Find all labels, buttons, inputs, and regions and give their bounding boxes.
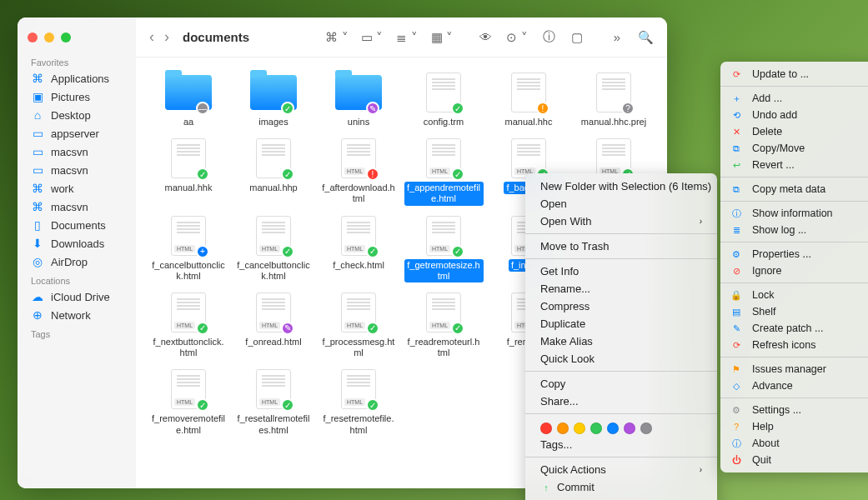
file-item[interactable]: ✓f_readremoteurl.html [401,292,486,359]
submenu-item[interactable]: ⏻Quit [720,452,868,468]
submenu-item[interactable]: ✕Delete› [720,123,868,140]
context-menu-item[interactable]: Duplicate [525,315,717,332]
context-menu-item[interactable]: Get Info [525,262,717,280]
sidebar-item[interactable]: ▭appserver [18,124,136,142]
file-item[interactable]: ✎unins [316,72,401,128]
file-item[interactable]: ✓f_cancelbuttonclick.html [231,216,316,282]
submenu-item[interactable]: ＋Add ... [720,90,868,107]
maximize-button[interactable] [61,32,71,42]
file-item[interactable]: ✓f_check.html [316,216,401,282]
overflow-button[interactable]: » [605,28,629,48]
submenu-item[interactable]: ↩Revert ... [720,157,868,173]
context-menu[interactable]: New Folder with Selection (6 Items)OpenO… [525,173,717,500]
sidebar-item[interactable]: ⌘work [18,179,136,198]
tag-dot[interactable] [640,422,652,434]
file-item[interactable]: !manual.hhc [486,72,571,128]
context-menu-item[interactable]: Quick Look [525,350,717,368]
submenu-item[interactable]: ≣Show log ... [720,222,868,238]
file-item[interactable]: ✓config.trm [401,72,486,128]
preview-button[interactable]: 👁 [474,28,497,48]
submenu-item[interactable]: 🔒Lock [720,287,868,303]
close-button[interactable] [28,32,38,42]
file-item[interactable]: ✓f_processmesg.html [316,292,401,359]
tag-dot[interactable] [590,422,602,434]
context-menu-item[interactable]: Open With› [525,212,717,230]
sidebar-item[interactable]: ⊕Network [18,306,136,324]
search-icon[interactable]: 🔍 [634,28,657,48]
submenu-item[interactable]: ⧉Copy/Move› [720,140,868,157]
file-item[interactable]: !f_afterdownload.html [316,138,401,205]
context-menu-item[interactable]: Rename... [525,280,717,298]
file-item[interactable]: ✓f_removeremotefile.html [146,369,231,436]
submenu-item[interactable]: ⟳Update to ... [720,66,868,82]
context-menu-item[interactable]: Open [525,195,717,212]
sidebar-item[interactable]: ▭macsvn [18,161,136,179]
context-menu-item[interactable]: ↑Commit [525,478,717,496]
view-dropdown[interactable]: ▦ ˅ [427,28,457,48]
macsvn-submenu[interactable]: ⟳Update to ...＋Add ...⟲Undo add✕Delete›⧉… [720,62,868,472]
context-menu-item[interactable]: ↓Update [525,496,717,500]
sidebar-item[interactable]: ◎AirDrop [18,252,136,271]
file-item[interactable]: ✓f_resetallremotefiles.html [231,369,316,436]
sidebar-item[interactable]: ▣Pictures [18,88,136,106]
submenu-item[interactable]: ◇Advance› [720,378,868,394]
tag-dot[interactable] [557,422,569,434]
file-item[interactable]: ?manual.hhc.prej [571,72,656,128]
sidebar-item[interactable]: ⌘macsvn [18,198,136,216]
submenu-item[interactable]: ▤Shelf› [720,303,868,320]
tag-dot[interactable] [574,422,585,434]
submenu-item[interactable]: ⊘Ignore› [720,262,868,279]
context-menu-item[interactable]: Make Alias [525,332,717,350]
submenu-item[interactable]: ⧉Copy meta data› [720,181,868,198]
action-dropdown[interactable]: ⊙ ˅ [502,28,532,48]
minimize-button[interactable] [44,32,54,42]
file-item[interactable]: ✓f_resetremotefile.html [316,369,401,436]
tag-dot[interactable] [540,422,552,434]
info-button[interactable]: ⓘ [537,28,560,48]
context-menu-item[interactable]: Share... [525,392,717,410]
file-item[interactable]: ✎f_onread.html [231,292,316,359]
file-item[interactable]: ✓f_nextbuttonclick.html [146,292,231,359]
file-item[interactable]: ✓f_getremotesize.html [401,216,486,282]
context-menu-item[interactable]: Quick Actions› [525,461,717,478]
context-menu-item[interactable]: Tags... [525,436,717,453]
share-button[interactable]: ▢ [565,28,589,48]
menu-icon: ↑ [540,482,552,493]
tag-dot[interactable] [607,422,619,434]
context-menu-item[interactable]: Compress [525,298,717,315]
file-item[interactable]: —aa [146,72,231,128]
context-menu-item[interactable]: Move to Trash [525,238,717,255]
list-dropdown[interactable]: ≣ ˅ [392,28,422,48]
submenu-item[interactable]: ⚙Settings ... [720,402,868,418]
file-item[interactable]: ✓manual.hhp [231,138,316,205]
submenu-item[interactable]: ⓘAbout [720,435,868,452]
context-menu-item[interactable]: Copy [525,375,717,392]
folder-dropdown[interactable]: ▭ ˅ [357,28,387,48]
forward-button[interactable]: › [161,27,173,48]
submenu-item[interactable]: ⚑Issues manager [720,361,868,378]
sidebar-item-label: work [51,182,73,195]
file-item[interactable]: ✓images [231,72,316,128]
sidebar-item[interactable]: ⌘Applications [18,69,136,88]
file-thumb: ✓ [248,216,299,256]
sidebar-item[interactable]: ⬇Downloads [18,234,136,252]
submenu-item[interactable]: ✎Create patch ... [720,320,868,337]
file-item[interactable]: ✓f_appendremotefile.html [401,138,486,205]
back-button[interactable]: ‹ [146,27,158,48]
svn-dropdown[interactable]: ⌘ ˅ [322,28,352,48]
submenu-item[interactable]: ⚙Properties ... [720,246,868,262]
submenu-item[interactable]: ⟳Refresh icons [720,337,868,353]
tag-dot[interactable] [624,422,635,434]
sidebar-item[interactable]: ▭macsvn [18,142,136,161]
file-item[interactable]: ✓manual.hhk [146,138,231,205]
context-menu-item[interactable]: New Folder with Selection (6 Items) [525,178,717,195]
sidebar-item-label: AirDrop [51,256,88,268]
submenu-item[interactable]: ?Help [720,418,868,435]
menu-label: Create patch ... [752,322,823,334]
submenu-item[interactable]: ⟲Undo add [720,107,868,123]
submenu-item[interactable]: ⓘShow information [720,205,868,222]
sidebar-item[interactable]: ▯Documents [18,216,136,234]
sidebar-item[interactable]: ⌂Desktop [18,106,136,124]
sidebar-item[interactable]: ☁iCloud Drive [18,288,136,306]
file-item[interactable]: +f_cancelbuttonclick.html [146,216,231,282]
